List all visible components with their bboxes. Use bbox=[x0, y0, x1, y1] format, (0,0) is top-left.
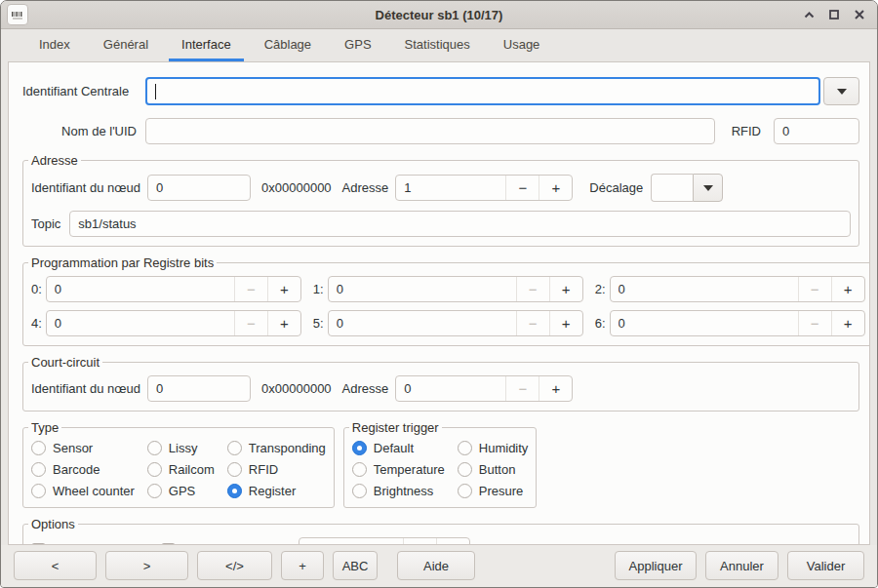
court-addr-label: Adresse bbox=[342, 381, 389, 396]
uid-input[interactable] bbox=[145, 118, 715, 144]
maximize-button[interactable] bbox=[827, 8, 841, 21]
app-icon[interactable] bbox=[7, 4, 28, 25]
apply-button[interactable]: Appliquer bbox=[615, 551, 697, 580]
radio-icon[interactable] bbox=[31, 462, 46, 477]
trigger-option-button[interactable]: Button bbox=[458, 462, 529, 477]
radio-selected-icon[interactable] bbox=[227, 484, 242, 498]
type-option-transponding[interactable]: Transponding bbox=[227, 441, 326, 455]
uid-label: Nom de l'UID bbox=[22, 124, 145, 138]
bit-2-spinbox[interactable]: − + bbox=[610, 276, 865, 302]
shade-button[interactable] bbox=[802, 8, 816, 21]
radio-icon[interactable] bbox=[352, 462, 367, 477]
tab-usage[interactable]: Usage bbox=[487, 29, 557, 61]
prev-button[interactable]: < bbox=[14, 551, 97, 580]
bit-1-input[interactable] bbox=[329, 277, 516, 301]
bit-1-spinbox[interactable]: − + bbox=[328, 276, 583, 302]
tab-statistiques[interactable]: Statistiques bbox=[388, 29, 487, 61]
radio-icon[interactable] bbox=[458, 484, 472, 498]
court-addr-input[interactable] bbox=[396, 376, 505, 401]
type-option-sensor[interactable]: Sensor bbox=[31, 441, 135, 455]
radio-icon[interactable] bbox=[31, 484, 46, 498]
adresse-addr-increment-button[interactable]: + bbox=[539, 176, 572, 200]
type-option-rfid[interactable]: RFID bbox=[227, 462, 326, 477]
tab-gps[interactable]: GPS bbox=[328, 29, 387, 61]
radio-icon[interactable] bbox=[147, 484, 162, 498]
bit-5-spinbox[interactable]: − + bbox=[328, 310, 583, 336]
radio-icon[interactable] bbox=[227, 441, 242, 455]
topic-input[interactable] bbox=[69, 211, 851, 237]
adresse-addr-decrement-button[interactable]: − bbox=[505, 176, 539, 200]
court-addr-decrement-button[interactable]: − bbox=[505, 376, 539, 401]
bit-6-decrement-button[interactable]: − bbox=[798, 311, 831, 335]
type-option-wheel-counter[interactable]: Wheel counter bbox=[31, 484, 135, 498]
seuil-input[interactable] bbox=[299, 538, 403, 545]
bit-5-decrement-button[interactable]: − bbox=[516, 311, 549, 335]
bit-6-increment-button[interactable]: + bbox=[831, 311, 864, 335]
bit-6-spinbox[interactable]: − + bbox=[610, 310, 865, 336]
tab-general[interactable]: Général bbox=[87, 29, 165, 61]
bit-2-input[interactable] bbox=[611, 277, 798, 301]
bit-4-spinbox[interactable]: − + bbox=[46, 310, 301, 336]
bit-0-decrement-button[interactable]: − bbox=[234, 277, 267, 301]
bit-4-decrement-button[interactable]: − bbox=[234, 311, 267, 335]
help-button[interactable]: Aide bbox=[397, 551, 475, 580]
centrale-combobox-entry[interactable] bbox=[145, 77, 820, 105]
tab-cablage[interactable]: Câblage bbox=[248, 29, 328, 61]
seuil-increment-button[interactable]: + bbox=[436, 538, 469, 545]
bit-0-spinbox[interactable]: − + bbox=[46, 276, 301, 302]
trigger-option-humidity[interactable]: Humidity bbox=[458, 441, 529, 455]
bit-1-decrement-button[interactable]: − bbox=[516, 277, 549, 301]
adresse-node-input[interactable] bbox=[147, 175, 251, 201]
type-option-register[interactable]: Register bbox=[227, 484, 326, 498]
decalage-value[interactable] bbox=[651, 174, 693, 202]
court-addr-spinbox[interactable]: − + bbox=[395, 375, 573, 402]
tab-interface[interactable]: Interface bbox=[165, 29, 248, 61]
bit-0-input[interactable] bbox=[47, 277, 234, 301]
type-option-railcom[interactable]: Railcom bbox=[147, 462, 215, 477]
bit-4-input[interactable] bbox=[47, 311, 234, 335]
radio-icon[interactable] bbox=[458, 441, 472, 455]
court-node-input[interactable] bbox=[147, 375, 251, 402]
ok-button[interactable]: Valider bbox=[787, 551, 864, 580]
radio-icon[interactable] bbox=[147, 441, 162, 455]
close-button[interactable] bbox=[853, 8, 866, 21]
seuil-spinbox[interactable]: − + bbox=[299, 537, 470, 545]
bit-4-increment-button[interactable]: + bbox=[267, 311, 300, 335]
adresse-legend: Adresse bbox=[28, 153, 81, 168]
decalage-combobox[interactable] bbox=[651, 174, 723, 202]
bit-6-input[interactable] bbox=[611, 311, 798, 335]
seuil-decrement-button[interactable]: − bbox=[403, 538, 436, 545]
bit-5-input[interactable] bbox=[329, 311, 516, 335]
add-button[interactable]: + bbox=[281, 551, 324, 580]
trigger-option-brightness[interactable]: Brightness bbox=[352, 484, 445, 498]
trigger-option-presure[interactable]: Presure bbox=[458, 484, 529, 498]
code-button[interactable]: </> bbox=[197, 551, 272, 580]
type-option-gps[interactable]: GPS bbox=[147, 484, 215, 498]
radio-icon[interactable] bbox=[147, 462, 162, 477]
bit-2-decrement-button[interactable]: − bbox=[798, 277, 831, 301]
court-addr-increment-button[interactable]: + bbox=[539, 376, 572, 401]
adresse-addr-input[interactable] bbox=[396, 176, 505, 200]
trigger-option-temperature[interactable]: Temperature bbox=[352, 462, 445, 477]
radio-icon[interactable] bbox=[227, 462, 242, 477]
abc-button[interactable]: ABC bbox=[333, 551, 378, 580]
bit-5-increment-button[interactable]: + bbox=[549, 311, 582, 335]
interface-tab-panel: Identifiant Centrale Nom de l'UID RFID A… bbox=[8, 61, 870, 545]
radio-icon[interactable] bbox=[352, 484, 367, 498]
type-option-lissy[interactable]: Lissy bbox=[147, 441, 215, 455]
radio-selected-icon[interactable] bbox=[352, 441, 367, 455]
bit-2-increment-button[interactable]: + bbox=[831, 277, 864, 301]
trigger-option-default[interactable]: Default bbox=[352, 441, 445, 455]
decalage-dropdown-button[interactable] bbox=[693, 174, 723, 202]
rfid-input[interactable] bbox=[774, 118, 859, 144]
next-button[interactable]: > bbox=[105, 551, 188, 580]
cancel-button[interactable]: Annuler bbox=[705, 551, 778, 580]
radio-icon[interactable] bbox=[458, 462, 472, 477]
adresse-addr-spinbox[interactable]: − + bbox=[395, 175, 573, 201]
radio-icon[interactable] bbox=[31, 441, 46, 455]
tab-index[interactable]: Index bbox=[22, 29, 87, 61]
centrale-dropdown-button[interactable] bbox=[823, 77, 859, 105]
bit-0-increment-button[interactable]: + bbox=[267, 277, 300, 301]
bit-1-increment-button[interactable]: + bbox=[549, 277, 582, 301]
type-option-barcode[interactable]: Barcode bbox=[31, 462, 135, 477]
